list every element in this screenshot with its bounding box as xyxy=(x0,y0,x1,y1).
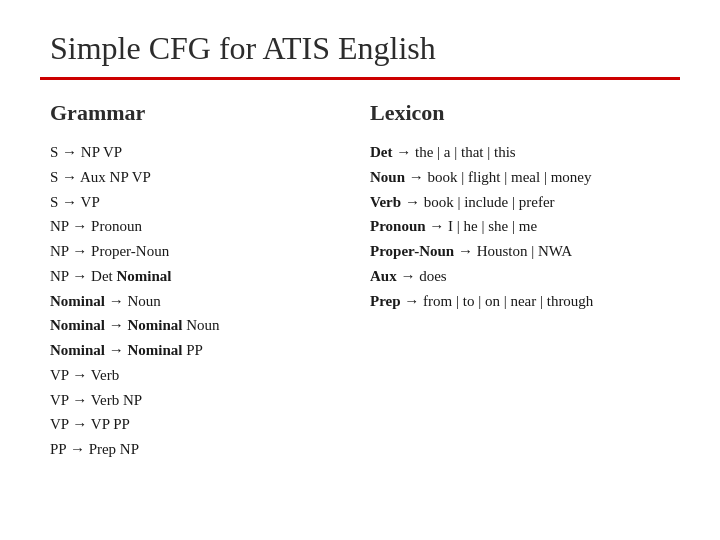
lexicon-rule-item: Verb → book | include | prefer xyxy=(370,190,680,215)
grammar-rule-item: VP → Verb NP xyxy=(50,388,330,413)
grammar-rule-item: NP → Det Nominal xyxy=(50,264,330,289)
grammar-rule-item: S → VP xyxy=(50,190,330,215)
lexicon-rule-item: Aux → does xyxy=(370,264,680,289)
grammar-rule-item: S → Aux NP VP xyxy=(50,165,330,190)
page: Simple CFG for ATIS English Grammar S → … xyxy=(0,0,720,540)
grammar-rule-item: VP → VP PP xyxy=(50,412,330,437)
grammar-rule-item: NP → Pronoun xyxy=(50,214,330,239)
lexicon-rules: Det → the | a | that | thisNoun → book |… xyxy=(370,140,680,313)
lexicon-header: Lexicon xyxy=(370,100,680,126)
title-divider xyxy=(40,77,680,80)
lexicon-rule-item: Prep → from | to | on | near | through xyxy=(370,289,680,314)
grammar-rule-item: NP → Proper-Noun xyxy=(50,239,330,264)
grammar-rule-item: VP → Verb xyxy=(50,363,330,388)
page-title: Simple CFG for ATIS English xyxy=(40,30,680,67)
grammar-rule-item: PP → Prep NP xyxy=(50,437,330,462)
content-area: Grammar S → NP VPS → Aux NP VPS → VPNP →… xyxy=(40,100,680,462)
grammar-rules: S → NP VPS → Aux NP VPS → VPNP → Pronoun… xyxy=(50,140,330,462)
grammar-rule-item: S → NP VP xyxy=(50,140,330,165)
grammar-rule-item: Nominal → Nominal PP xyxy=(50,338,330,363)
lexicon-rule-item: Det → the | a | that | this xyxy=(370,140,680,165)
lexicon-rule-item: Pronoun → I | he | she | me xyxy=(370,214,680,239)
lexicon-rule-item: Noun → book | flight | meal | money xyxy=(370,165,680,190)
lexicon-section: Lexicon Det → the | a | that | thisNoun … xyxy=(370,100,680,462)
grammar-header: Grammar xyxy=(50,100,330,126)
lexicon-rule-item: Proper-Noun → Houston | NWA xyxy=(370,239,680,264)
grammar-section: Grammar S → NP VPS → Aux NP VPS → VPNP →… xyxy=(50,100,330,462)
grammar-rule-item: Nominal → Noun xyxy=(50,289,330,314)
grammar-rule-item: Nominal → Nominal Noun xyxy=(50,313,330,338)
